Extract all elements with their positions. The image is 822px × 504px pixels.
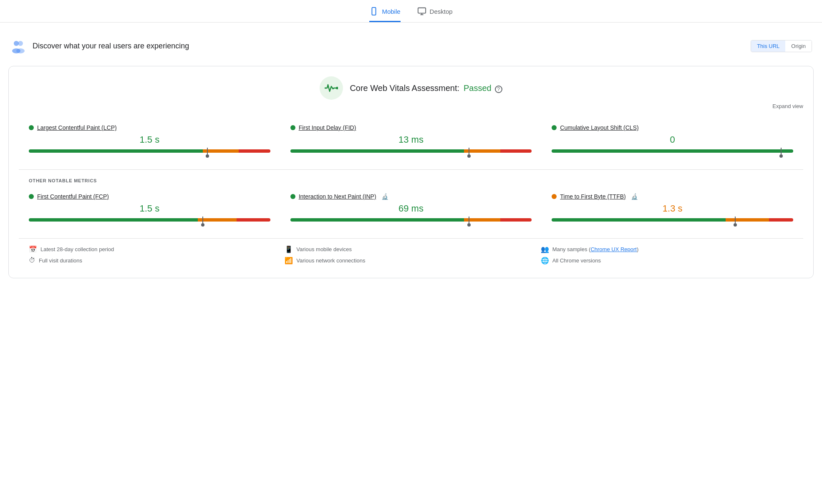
origin-button[interactable]: Origin — [785, 40, 812, 52]
users-icon — [10, 38, 27, 54]
bar-orange-fid — [464, 149, 500, 153]
bar-needle-lcp — [207, 148, 208, 154]
bar-green-lcp — [29, 149, 203, 153]
expand-view[interactable]: Expand view — [19, 103, 803, 109]
bar-green-cls — [552, 149, 793, 153]
bar-red-fid — [500, 149, 532, 153]
cwv-icon-circle — [320, 76, 343, 100]
footer-text: Latest 28-day collection period — [40, 246, 114, 252]
tab-desktop-label: Desktop — [430, 8, 453, 15]
lab-icon: 🔬 — [631, 193, 638, 200]
progress-bar-lcp — [29, 149, 270, 153]
footer-icon: 🌐 — [541, 257, 549, 265]
metric-link-inp[interactable]: Interaction to Next Paint (INP) — [299, 193, 376, 200]
footer-text: All Chrome versions — [552, 257, 601, 264]
bar-orange-inp — [464, 218, 500, 222]
metric-dot-lcp — [29, 125, 34, 130]
header-section: Discover what your real users are experi… — [0, 33, 822, 59]
metric-link-fid[interactable]: First Input Delay (FID) — [299, 124, 356, 131]
metric-link-cls[interactable]: Cumulative Layout Shift (CLS) — [560, 124, 638, 131]
footer-item: 🌐 All Chrome versions — [541, 257, 793, 265]
metric-ttfb: Time to First Byte (TTFB)🔬 1.3 s — [542, 186, 803, 230]
bar-green-fcp — [29, 218, 198, 222]
tab-desktop[interactable]: Desktop — [417, 7, 453, 22]
bar-green-fid — [290, 149, 464, 153]
footer-col-3: 👥 Many samples (Chrome UX Report) 🌐 All … — [541, 245, 793, 268]
desktop-icon — [417, 7, 426, 16]
metric-label-inp: Interaction to Next Paint (INP)🔬 — [290, 193, 532, 200]
bar-red-inp — [500, 218, 532, 222]
metric-value-cls: 0 — [552, 134, 793, 145]
help-icon[interactable]: ? — [495, 86, 502, 93]
core-metrics-grid: Largest Contentful Paint (LCP) 1.5 s Fir… — [19, 118, 803, 161]
svg-point-8 — [16, 48, 25, 53]
progress-bar-fid — [290, 149, 532, 153]
progress-track-inp — [290, 218, 532, 222]
footer-info: 📅 Latest 28-day collection period ⏱ Full… — [19, 238, 803, 268]
svg-rect-0 — [372, 8, 376, 15]
metric-dot-cls — [552, 125, 557, 130]
metric-fcp: First Contentful Paint (FCP) 1.5 s — [19, 186, 280, 230]
metric-link-lcp[interactable]: Largest Contentful Paint (LCP) — [37, 124, 117, 131]
bar-orange-ttfb — [726, 218, 769, 222]
metric-cls: Cumulative Layout Shift (CLS) 0 — [542, 118, 803, 161]
lab-icon: 🔬 — [381, 193, 388, 200]
cwv-assessment-label: Core Web Vitals Assessment: — [350, 83, 459, 93]
metric-label-fid: First Input Delay (FID) — [290, 124, 532, 131]
svg-point-9 — [336, 87, 338, 89]
bar-red-fcp — [237, 218, 270, 222]
metric-label-fcp: First Contentful Paint (FCP) — [29, 193, 270, 200]
cwv-header: Core Web Vitals Assessment: Passed ? — [19, 76, 803, 100]
footer-text: Many samples (Chrome UX Report) — [552, 246, 639, 252]
metric-link-fcp[interactable]: First Contentful Paint (FCP) — [37, 193, 109, 200]
bar-red-ttfb — [769, 218, 793, 222]
tab-mobile-label: Mobile — [382, 8, 400, 15]
footer-item: 📶 Various network connections — [285, 257, 537, 265]
this-url-button[interactable]: This URL — [751, 40, 785, 52]
bar-needle-inp — [469, 217, 469, 223]
metric-dot-ttfb — [552, 194, 557, 199]
footer-icon: ⏱ — [29, 257, 35, 264]
metric-label-lcp: Largest Contentful Paint (LCP) — [29, 124, 270, 131]
metric-value-inp: 69 ms — [290, 203, 532, 214]
tab-mobile[interactable]: Mobile — [369, 7, 400, 22]
progress-track-ttfb — [552, 218, 793, 222]
footer-icon: 📅 — [29, 245, 37, 253]
footer-text: Various network connections — [296, 257, 365, 264]
footer-item: 👥 Many samples (Chrome UX Report) — [541, 245, 793, 253]
progress-bar-ttfb — [552, 218, 793, 222]
bar-green-inp — [290, 218, 464, 222]
metric-label-cls: Cumulative Layout Shift (CLS) — [552, 124, 793, 131]
metric-label-ttfb: Time to First Byte (TTFB)🔬 — [552, 193, 793, 200]
footer-col-2: 📱 Various mobile devices 📶 Various netwo… — [285, 245, 537, 268]
cwv-title: Core Web Vitals Assessment: Passed ? — [350, 83, 502, 93]
metric-link-ttfb[interactable]: Time to First Byte (TTFB) — [560, 193, 625, 200]
section-divider — [19, 169, 803, 170]
progress-track-cls — [552, 149, 793, 153]
footer-text: Full visit durations — [39, 257, 82, 264]
footer-col-1: 📅 Latest 28-day collection period ⏱ Full… — [29, 245, 281, 268]
metric-dot-fid — [290, 125, 295, 130]
svg-point-6 — [18, 41, 23, 46]
bar-needle-cls — [781, 148, 782, 154]
metric-value-lcp: 1.5 s — [29, 134, 270, 145]
heartbeat-icon — [325, 83, 338, 93]
metric-inp: Interaction to Next Paint (INP)🔬 69 ms — [280, 186, 542, 230]
metric-dot-fcp — [29, 194, 34, 199]
tab-bar: Mobile Desktop — [0, 0, 822, 23]
footer-item: ⏱ Full visit durations — [29, 257, 281, 264]
metric-value-ttfb: 1.3 s — [552, 203, 793, 214]
chrome-ux-report-link[interactable]: Chrome UX Report — [590, 246, 637, 252]
progress-track-fid — [290, 149, 532, 153]
bar-needle-ttfb — [735, 217, 736, 223]
footer-icon: 📶 — [285, 257, 293, 265]
svg-rect-2 — [418, 8, 425, 13]
metric-value-fcp: 1.5 s — [29, 203, 270, 214]
footer-item: 📅 Latest 28-day collection period — [29, 245, 281, 253]
bar-orange-fcp — [198, 218, 237, 222]
mobile-icon — [369, 7, 378, 16]
footer-item: 📱 Various mobile devices — [285, 245, 537, 253]
bar-green-ttfb — [552, 218, 726, 222]
header-left: Discover what your real users are experi… — [10, 38, 189, 54]
bar-needle-fcp — [202, 217, 203, 223]
